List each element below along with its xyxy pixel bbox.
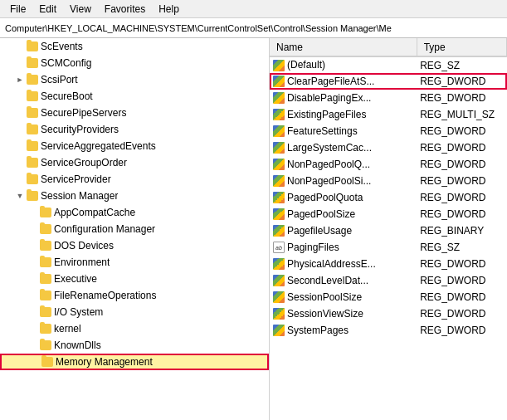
no-arrow-icon (27, 289, 40, 302)
tree-label: SecureBoot (41, 90, 93, 102)
tree-item-dosdevices[interactable]: DOS Devices (0, 237, 269, 254)
folder-icon (27, 91, 38, 101)
tree-label: ServiceProvider (41, 173, 111, 185)
folder-icon (40, 324, 51, 334)
table-row[interactable]: (Default)REG_SZ (270, 56, 507, 73)
tree-item-serviceprovider[interactable]: ServiceProvider (0, 171, 269, 188)
registry-name-cell: PhysicalAddressE... (270, 256, 417, 272)
registry-name-cell: DisablePagingEx... (270, 90, 417, 106)
table-row[interactable]: SessionPoolSizeREG_DWORD (270, 289, 507, 305)
registry-name-cell: PagefileUsage (270, 222, 417, 239)
tree-item-securityproviders[interactable]: SecurityProviders (0, 121, 269, 138)
tree-item-sessionmanager[interactable]: ▼ Session Manager (0, 188, 269, 204)
tree-item-kernel[interactable]: kernel (0, 320, 269, 337)
registry-name-text: SessionViewSize (287, 308, 363, 320)
reg-icon (273, 192, 285, 203)
table-row[interactable]: SecondLevelDat...REG_DWORD (270, 272, 507, 289)
column-name: Name (270, 38, 417, 56)
registry-type-cell: REG_DWORD (417, 206, 506, 222)
table-row[interactable]: PagefileUsageREG_BINARY (270, 222, 507, 239)
tree-label: Environment (54, 256, 110, 268)
no-arrow-icon (13, 139, 27, 153)
table-row[interactable]: PagedPoolQuotaREG_DWORD (270, 189, 507, 206)
registry-type-cell: REG_DWORD (417, 73, 506, 90)
no-arrow-icon (28, 355, 41, 369)
right-panel[interactable]: Name Type (Default)REG_SZClearPageFileAt… (270, 38, 507, 420)
table-row[interactable]: NonPagedPoolSi...REG_DWORD (270, 173, 507, 189)
table-row[interactable]: SystemPagesREG_DWORD (270, 322, 507, 339)
tree-item-appcompatcache[interactable]: AppCompatCache (0, 204, 269, 221)
tree-item-filerenameoperations[interactable]: FileRenameOperations (0, 287, 269, 304)
reg-icon (273, 291, 285, 303)
addressbar-text: Computer\HKEY_LOCAL_MACHINE\SYSTEM\Curre… (5, 23, 392, 33)
no-arrow-icon (27, 322, 40, 335)
registry-name-text: NonPagedPoolSi... (287, 175, 371, 187)
reg-icon (273, 109, 285, 120)
folder-icon (27, 108, 38, 118)
registry-type-cell: REG_SZ (417, 56, 506, 73)
folder-icon (27, 191, 38, 201)
tree-item-configurationmanager[interactable]: Configuration Manager (0, 221, 269, 237)
tree-item-scmconfig[interactable]: SCMConfig (0, 55, 269, 71)
no-arrow-icon (13, 106, 27, 120)
registry-name-cell: SessionViewSize (270, 305, 417, 322)
tree-item-scevents[interactable]: ScEvents (0, 38, 269, 55)
table-row[interactable]: ExistingPageFilesREG_MULTI_SZ (270, 106, 507, 123)
registry-type-cell: REG_DWORD (417, 289, 506, 305)
table-row[interactable]: NonPagedPoolQ...REG_DWORD (270, 156, 507, 173)
table-row[interactable]: ClearPageFileAtS...REG_DWORD (270, 73, 507, 90)
registry-type-cell: REG_DWORD (417, 256, 506, 272)
tree-item-securepipeservers[interactable]: SecurePipeServers (0, 105, 269, 121)
tree-label: DOS Devices (54, 240, 114, 252)
menu-edit[interactable]: Edit (32, 2, 63, 17)
tree-label: ScEvents (41, 41, 83, 52)
registry-name-text: PagedPoolSize (287, 208, 355, 220)
registry-name-text: SecondLevelDat... (287, 275, 368, 286)
tree-label: ScsiPort (41, 74, 78, 85)
collapse-arrow-icon[interactable]: ► (13, 73, 27, 86)
registry-name-text: ExistingPageFiles (287, 109, 366, 120)
tree-label: SecurePipeServers (41, 107, 126, 119)
tree-item-servicegrouporder[interactable]: ServiceGroupOrder (0, 154, 269, 171)
tree-label: SCMConfig (41, 57, 91, 69)
tree-label: Executive (54, 273, 97, 285)
reg-icon (273, 125, 285, 137)
tree-item-knowndlls[interactable]: KnownDlls (0, 337, 269, 354)
table-row[interactable]: DisablePagingEx...REG_DWORD (270, 90, 507, 106)
registry-name-cell: FeatureSettings (270, 123, 417, 139)
folder-icon (27, 42, 38, 51)
registry-name-text: NonPagedPoolQ... (287, 159, 370, 170)
no-arrow-icon (27, 272, 40, 286)
tree-item-secureboot[interactable]: SecureBoot (0, 88, 269, 105)
menu-favorites[interactable]: Favorites (98, 2, 152, 17)
tree-label: KnownDlls (54, 339, 101, 351)
menu-file[interactable]: File (3, 2, 32, 17)
registry-name-text: PagingFiles (287, 242, 339, 253)
table-row[interactable]: LargeSystemCac...REG_DWORD (270, 139, 507, 156)
tree-item-environment[interactable]: Environment (0, 254, 269, 271)
table-row[interactable]: FeatureSettingsREG_DWORD (270, 123, 507, 139)
menu-help[interactable]: Help (152, 2, 186, 17)
registry-name-cell: SessionPoolSize (270, 289, 417, 305)
table-row[interactable]: abPagingFilesREG_SZ (270, 239, 507, 256)
tree-item-executive[interactable]: Executive (0, 271, 269, 287)
registry-type-cell: REG_DWORD (417, 189, 506, 206)
expand-arrow-icon[interactable]: ▼ (13, 189, 27, 203)
registry-name-text: PagedPoolQuota (287, 192, 363, 203)
folder-icon (40, 340, 51, 350)
column-type: Type (417, 38, 506, 56)
table-row[interactable]: PagedPoolSizeREG_DWORD (270, 206, 507, 222)
tree-item-scsiport[interactable]: ► ScsiPort (0, 71, 269, 88)
reg-icon (273, 258, 285, 270)
reg-icon (273, 225, 285, 237)
tree-item-memorymanagement[interactable]: Memory Management (0, 354, 269, 370)
tree-item-serviceaggregatedevents[interactable]: ServiceAggregatedEvents (0, 138, 269, 154)
registry-type-cell: REG_DWORD (417, 123, 506, 139)
tree-item-iosystem[interactable]: I/O System (0, 304, 269, 320)
registry-name-cell: SecondLevelDat... (270, 272, 417, 289)
table-row[interactable]: SessionViewSizeREG_DWORD (270, 305, 507, 322)
table-row[interactable]: PhysicalAddressE...REG_DWORD (270, 256, 507, 272)
menu-view[interactable]: View (63, 2, 98, 17)
reg-icon (273, 76, 285, 87)
tree-panel[interactable]: ScEvents SCMConfig ► ScsiPort SecureBoot (0, 38, 270, 420)
